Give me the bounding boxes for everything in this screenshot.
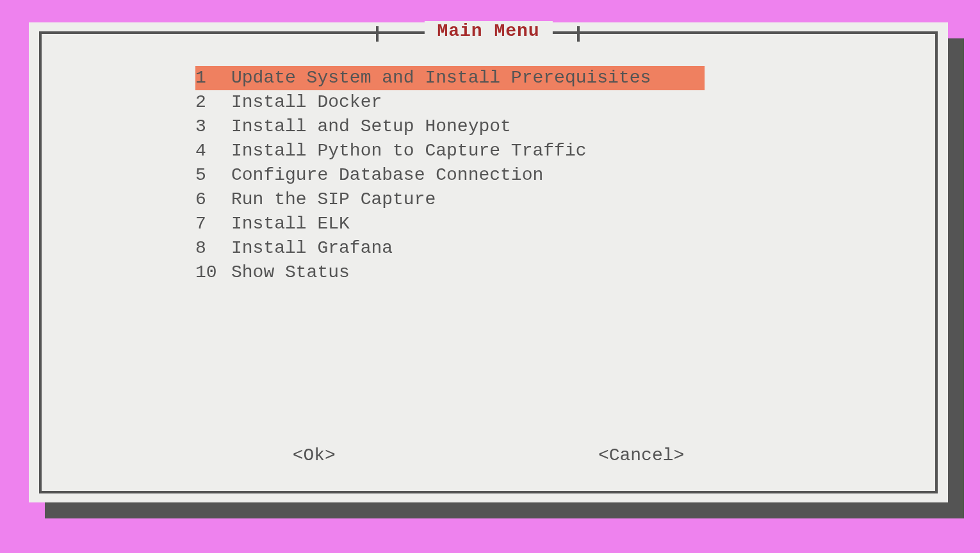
dialog-title: Main Menu — [424, 21, 552, 41]
menu-item-number: 8 — [195, 236, 231, 260]
menu-item-7[interactable]: 7Install ELK — [195, 212, 910, 236]
menu-item-10[interactable]: 10Show Status — [195, 260, 910, 285]
menu-item-8[interactable]: 8Install Grafana — [195, 236, 910, 260]
menu-item-number: 5 — [195, 163, 231, 188]
dialog-border: Main Menu 1Update System and Install Pre… — [39, 31, 938, 493]
menu-item-5[interactable]: 5Configure Database Connection — [195, 163, 910, 188]
cancel-button[interactable]: <Cancel> — [598, 445, 684, 465]
menu-item-number: 7 — [195, 212, 231, 236]
menu-item-label: Install Docker — [231, 90, 382, 115]
menu-item-number: 3 — [195, 115, 231, 139]
title-tick-right — [577, 26, 580, 42]
menu-item-4[interactable]: 4Install Python to Capture Traffic — [195, 139, 910, 163]
menu-item-label: Install ELK — [231, 212, 350, 236]
title-tick-left — [376, 26, 379, 42]
button-row: <Ok> <Cancel> — [42, 445, 935, 465]
menu-item-label: Install Python to Capture Traffic — [231, 139, 587, 163]
menu-item-1[interactable]: 1Update System and Install Prerequisites — [195, 66, 705, 90]
menu-item-3[interactable]: 3Install and Setup Honeypot — [195, 115, 910, 139]
menu-item-number: 4 — [195, 139, 231, 163]
menu-list: 1Update System and Install Prerequisites… — [195, 66, 910, 285]
menu-item-label: Install and Setup Honeypot — [231, 115, 511, 139]
menu-item-label: Update System and Install Prerequisites — [231, 66, 651, 90]
menu-item-number: 10 — [195, 260, 231, 285]
ok-button[interactable]: <Ok> — [293, 445, 336, 465]
menu-item-label: Configure Database Connection — [231, 163, 543, 188]
menu-item-number: 6 — [195, 188, 231, 212]
dialog-window: Main Menu 1Update System and Install Pre… — [29, 22, 948, 502]
menu-item-number: 2 — [195, 90, 231, 115]
menu-item-number: 1 — [195, 66, 231, 90]
menu-item-6[interactable]: 6Run the SIP Capture — [195, 188, 910, 212]
menu-item-2[interactable]: 2Install Docker — [195, 90, 910, 115]
menu-item-label: Run the SIP Capture — [231, 188, 436, 212]
menu-item-label: Install Grafana — [231, 236, 393, 260]
menu-item-label: Show Status — [231, 260, 350, 285]
